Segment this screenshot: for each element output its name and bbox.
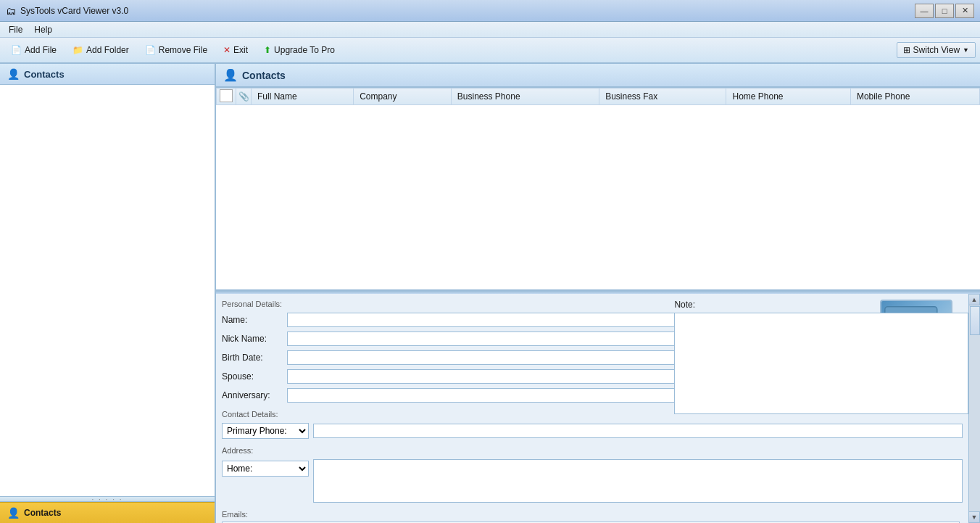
address-label: Address: (222, 446, 253, 455)
address-row: Home: Work: Other: (222, 459, 963, 503)
emails-section: Emails: (216, 510, 968, 523)
primary-phone-row: Primary Phone: Home Phone: Work Phone: M… (222, 423, 963, 439)
sidebar-resize-handle[interactable]: · · · · · (0, 496, 215, 502)
window-controls: — □ ✕ (915, 4, 974, 18)
upgrade-icon: ⬆ (264, 45, 271, 55)
contacts-table-area: 📎 Full Name Company Business Phone Busin… (216, 88, 980, 291)
upgrade-label: Upgrade To Pro (274, 45, 335, 55)
main-layout: 👤 Contacts · · · · · 👤 Contacts 👤 Contac… (0, 64, 980, 523)
scrollbar-track[interactable]: ▲ ▼ (968, 294, 980, 523)
address-section: Address: Home: Work: Other: (216, 446, 968, 510)
content-header: 👤 Contacts (216, 64, 980, 88)
content-title: Contacts (242, 70, 286, 81)
emails-label: Emails: (222, 510, 248, 519)
switch-view-icon: ⊞ (903, 45, 910, 55)
details-wrapper: Personal Details: Name: Nick Name: Birth… (216, 294, 980, 523)
address-type-select[interactable]: Home: Work: Other: (222, 461, 309, 477)
switch-view-dropdown-arrow: ▼ (963, 46, 969, 54)
menu-help[interactable]: Help (28, 23, 58, 36)
th-checkbox (217, 88, 236, 105)
remove-file-button[interactable]: 📄 Remove File (138, 42, 214, 58)
upgrade-button[interactable]: ⬆ Upgrade To Pro (257, 42, 341, 58)
app-icon: 🗂 (6, 5, 16, 17)
phone-type-select[interactable]: Primary Phone: Home Phone: Work Phone: M… (222, 423, 309, 439)
th-business-phone[interactable]: Business Phone (451, 88, 599, 105)
sidebar-contacts-icon: 👤 (7, 68, 20, 80)
remove-file-label: Remove File (159, 45, 207, 55)
toolbar: 📄 Add File 📁 Add Folder 📄 Remove File ✕ … (0, 38, 980, 64)
content-area: 👤 Contacts 📎 Full Name Company B (216, 64, 980, 523)
scroll-down-button[interactable]: ▼ (968, 511, 980, 523)
add-file-icon: 📄 (11, 45, 22, 55)
close-button[interactable]: ✕ (955, 4, 974, 18)
add-file-label: Add File (25, 45, 57, 55)
menu-bar: File Help (0, 22, 980, 38)
anniversary-label: Anniversary: (222, 390, 287, 400)
switch-view-button[interactable]: ⊞ Switch View ▼ (897, 42, 976, 58)
exit-button[interactable]: ✕ Exit (217, 42, 254, 58)
attach-icon: 📎 (238, 91, 249, 102)
sidebar-title: Contacts (24, 69, 65, 80)
add-file-button[interactable]: 📄 Add File (4, 42, 63, 58)
nickname-label: Nick Name: (222, 334, 287, 344)
note-textarea[interactable] (674, 313, 968, 414)
th-attach: 📎 (236, 88, 252, 105)
sidebar-contacts-tab[interactable]: 👤 Contacts (0, 502, 215, 523)
sidebar: 👤 Contacts · · · · · 👤 Contacts (0, 64, 216, 523)
name-label: Name: (222, 315, 287, 325)
th-business-fax[interactable]: Business Fax (599, 88, 726, 105)
sidebar-bottom-label: Contacts (24, 508, 61, 518)
sidebar-bottom-icon: 👤 (7, 507, 20, 519)
phone-input[interactable] (313, 424, 963, 438)
remove-file-icon: 📄 (145, 45, 156, 55)
address-textarea[interactable] (313, 459, 963, 503)
exit-icon: ✕ (223, 45, 231, 55)
maximize-button[interactable]: □ (935, 4, 954, 18)
content-header-icon: 👤 (223, 68, 238, 82)
add-folder-button[interactable]: 📁 Add Folder (66, 42, 136, 58)
note-panel: Note: (674, 294, 968, 422)
title-bar: 🗂 SysTools vCard Viewer v3.0 — □ ✕ (0, 0, 980, 22)
emails-legend: Emails: (222, 510, 963, 519)
personal-details-label: Personal Details: (222, 300, 282, 308)
add-folder-icon: 📁 (72, 45, 83, 55)
add-folder-label: Add Folder (86, 45, 129, 55)
contacts-table: 📎 Full Name Company Business Phone Busin… (216, 88, 980, 105)
scroll-up-button[interactable]: ▲ (968, 294, 980, 305)
note-label: Note: (674, 300, 968, 310)
th-home-phone[interactable]: Home Phone (726, 88, 850, 105)
app-title: SysTools vCard Viewer v3.0 (20, 6, 915, 16)
birthdate-label: Birth Date: (222, 353, 287, 363)
sidebar-header: 👤 Contacts (0, 64, 215, 85)
th-mobile-phone[interactable]: Mobile Phone (850, 88, 979, 105)
exit-label: Exit (233, 45, 248, 55)
th-company[interactable]: Company (354, 88, 452, 105)
contact-details-label: Contact Details: (222, 410, 278, 419)
sidebar-content (0, 85, 215, 496)
header-checkbox[interactable] (220, 89, 233, 102)
switch-view-label: Switch View (913, 45, 960, 55)
scrollbar-thumb[interactable] (970, 306, 980, 335)
menu-file[interactable]: File (3, 23, 28, 36)
spouse-label: Spouse: (222, 371, 287, 382)
minimize-button[interactable]: — (915, 4, 934, 18)
address-legend: Address: (222, 446, 963, 455)
th-full-name[interactable]: Full Name (252, 88, 354, 105)
table-header-row: 📎 Full Name Company Business Phone Busin… (217, 88, 980, 105)
